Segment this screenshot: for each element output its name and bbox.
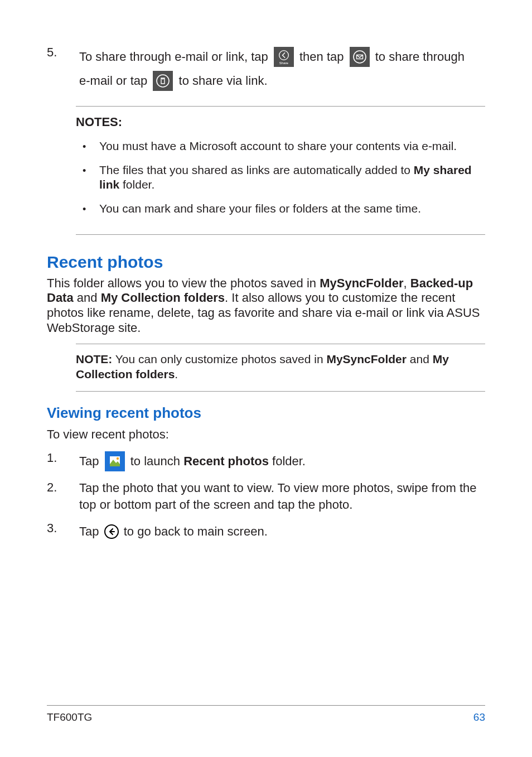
step-body: Tap the photo that you want to view. To … [79,480,485,513]
notes-block: NOTES: You must have a Microsoft account… [76,106,485,235]
step-3: 3. Tap to go back to main screen. [47,520,485,542]
step-body: To share through e-mail or link, tap Sha… [79,45,485,93]
list-item: You must have a Microsoft account to sha… [76,136,485,160]
bold-text: Recent photos [183,455,269,469]
step-2: 2. Tap the photo that you want to view. … [47,480,485,513]
bullet-icon [76,201,99,216]
svg-point-1 [354,51,366,63]
bold-text: My Collection folders [101,291,225,305]
text: . [175,368,178,380]
notes-list: You must have a Microsoft account to sha… [76,136,485,235]
bold-text: MySyncFolder [326,353,407,365]
text: You can only customize photos saved in [112,353,326,365]
email-share-icon [350,47,370,67]
text: to share via link. [179,74,268,88]
share-icon: Share [274,47,294,67]
heading-recent-photos: Recent photos [47,252,485,273]
notes-title: NOTES: [76,107,485,136]
footer-page-number: 63 [473,711,485,724]
text: Tap [79,525,99,539]
note-block: NOTE: You can only customize photos save… [76,344,485,392]
step-body: Tap to go back to main screen. [79,520,485,542]
bullet-icon [76,139,99,154]
text: and [74,291,101,305]
text: Tap [79,455,99,469]
list-item: You can mark and share your files or fol… [76,198,485,222]
paragraph: To view recent photos: [47,427,485,442]
footer-model: TF600TG [47,711,92,724]
back-arrow-icon [104,524,119,539]
step-body: Tap to launch Recent photos folder. [79,450,485,472]
text: folder. [119,178,154,191]
text: , [404,276,410,290]
step-number: 3. [47,520,79,536]
divider [76,391,485,392]
text: e-mail or tap [79,74,147,88]
bullet-icon [76,163,99,193]
text: to share through [375,50,465,64]
bold-text: MySyncFolder [320,276,403,290]
step-number: 2. [47,480,79,495]
list-item: The files that you shared as links are a… [76,160,485,199]
step-5: 5. To share through e-mail or link, tap … [47,45,485,93]
svg-point-3 [157,75,169,87]
text: folder. [269,455,306,469]
text: and [407,353,433,365]
text: You can mark and share your files or fol… [99,201,485,216]
step-1: 1. Tap to launch Recent photos folder. [47,450,485,472]
svg-point-0 [279,50,289,60]
link-share-icon [153,71,173,91]
text: to launch [130,455,183,469]
page-footer: TF600TG 63 [47,705,485,724]
share-icon-label: Share [279,61,288,65]
svg-point-6 [116,457,118,460]
heading-viewing-recent-photos: Viewing recent photos [47,404,485,422]
text: To share through e-mail or link, tap [79,50,268,64]
text: then tap [299,50,344,64]
note-label: NOTE: [76,353,112,365]
text: This folder allows you to view the photo… [47,276,320,290]
step-number: 1. [47,450,79,466]
text: The files that you shared as links are a… [99,163,414,176]
recent-photos-icon [105,451,125,471]
note-text: NOTE: You can only customize photos save… [76,344,485,391]
text: You must have a Microsoft account to sha… [99,139,485,154]
divider [76,234,485,235]
step-number: 5. [47,45,79,60]
paragraph: This folder allows you to view the photo… [47,276,485,336]
text: to go back to main screen. [124,525,268,539]
steps-list: 1. Tap to launch Recent photos folder. 2… [47,450,485,542]
text: The files that you shared as links are a… [99,163,485,193]
